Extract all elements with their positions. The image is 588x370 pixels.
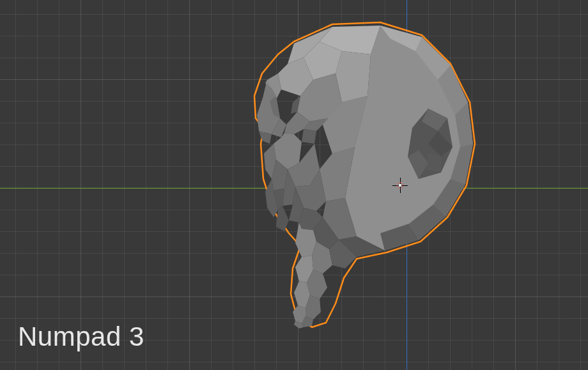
svg-marker-16 [336,51,371,102]
mesh-object-suzanne[interactable] [243,19,479,332]
svg-marker-42 [276,206,289,231]
viewport-shortcut-label: Numpad 3 [18,321,144,352]
suzanne-mesh-icon [243,19,479,332]
viewport-3d[interactable]: Numpad 3 [0,0,588,370]
svg-marker-32 [302,129,316,144]
